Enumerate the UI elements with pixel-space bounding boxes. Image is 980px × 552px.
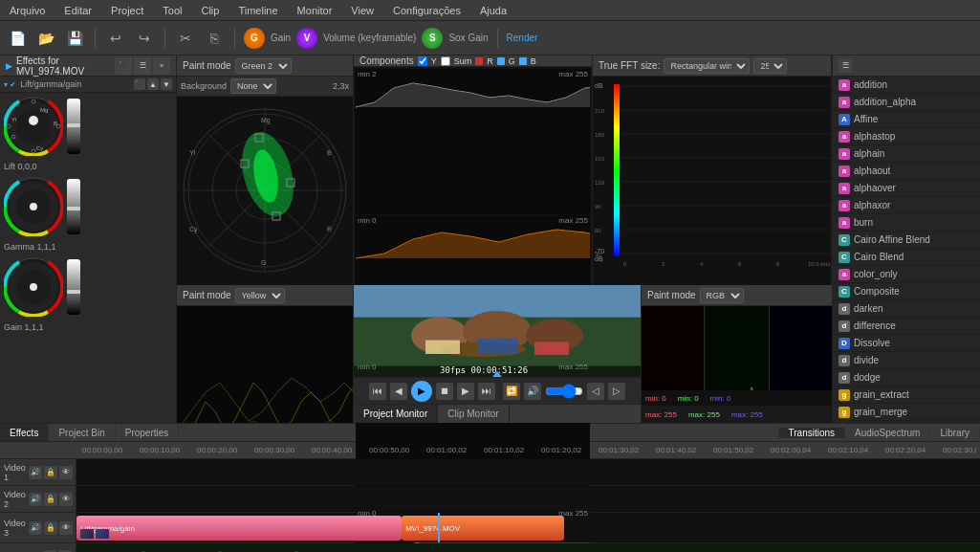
effect-cairo-affine-blend[interactable]: C Cairo Affine Blend <box>833 232 980 249</box>
lift-wheel-svg: Mg Yl G Cy B <box>4 97 63 156</box>
track-v1-mute[interactable]: 🔊 <box>29 466 42 479</box>
volume-slider[interactable] <box>545 386 583 396</box>
effects-toggle-btn[interactable]: ⬛ <box>115 57 132 75</box>
track-v2-lock[interactable]: 🔒 <box>44 493 57 506</box>
menu-timeline[interactable]: Timeline <box>234 3 281 18</box>
menu-tool[interactable]: Tool <box>159 3 185 18</box>
section-up[interactable]: ▲ <box>147 78 159 90</box>
effect-alphaover[interactable]: a alphaover <box>833 180 980 197</box>
fft-window-select[interactable]: Rectangular window <box>664 58 750 74</box>
step-fwd-btn[interactable]: ▶ <box>457 383 474 400</box>
track-v3-mute[interactable]: 🔊 <box>29 521 42 535</box>
redo-icon[interactable]: ↪ <box>133 27 156 50</box>
track-v1-eye[interactable]: 👁 <box>59 466 73 479</box>
menu-monitor[interactable]: Monitor <box>294 3 337 18</box>
play-btn[interactable]: ▶ <box>411 381 432 402</box>
effects-close-btn[interactable]: × <box>153 57 170 75</box>
effect-divide[interactable]: d divide <box>833 352 980 369</box>
step-back-btn[interactable]: ◀ <box>390 383 407 400</box>
right-panel-menu-btn[interactable]: ☰ <box>838 59 852 73</box>
effect-alphaout[interactable]: a alphaout <box>833 163 980 180</box>
zoom-out-btn[interactable]: ◁ <box>587 383 604 400</box>
gain-icon[interactable]: G <box>244 28 265 49</box>
bg-select[interactable]: None <box>230 78 276 94</box>
effect-difference[interactable]: d difference <box>833 318 980 335</box>
gamma-slider[interactable] <box>67 179 80 234</box>
track-v2-mute[interactable]: 🔊 <box>29 493 42 506</box>
monitor-tab-bar: Project Monitor Clip Monitor <box>354 404 641 423</box>
effect-alphain[interactable]: a alphain <box>833 145 980 163</box>
effect-composite[interactable]: C Composite <box>833 283 980 300</box>
open-icon[interactable]: 📂 <box>34 27 57 50</box>
effect-burn[interactable]: a burn <box>833 214 980 232</box>
cut-icon[interactable]: ✂ <box>174 27 197 50</box>
volume-icon[interactable]: V <box>296 28 317 49</box>
effect-darken[interactable]: d darken <box>833 300 980 318</box>
waveform-mode-select[interactable]: Yellow <box>235 288 285 303</box>
gamma-wheel[interactable] <box>4 177 63 236</box>
tab-transitions[interactable]: Transitions <box>779 428 846 438</box>
menu-project[interactable]: Project <box>107 3 147 18</box>
tab-properties[interactable]: Properties <box>116 424 180 441</box>
render-label[interactable]: Render <box>507 33 538 43</box>
badge-alphastop: a <box>838 131 850 143</box>
undo-icon[interactable]: ↩ <box>104 27 127 50</box>
effect-addition-alpha[interactable]: a addition_alpha <box>833 94 980 111</box>
svg-text:180: 180 <box>595 132 605 138</box>
rewind-start-btn[interactable]: ⏮ <box>369 383 386 400</box>
menu-ajuda[interactable]: Ajuda <box>476 3 511 18</box>
gain-slider[interactable] <box>67 259 80 315</box>
lift-slider[interactable] <box>67 99 80 154</box>
effect-dodge[interactable]: d dodge <box>833 369 980 386</box>
paint-mode-select[interactable]: Green 2 <box>235 58 292 74</box>
forward-end-btn[interactable]: ⏭ <box>478 383 495 400</box>
loop-btn[interactable]: 🔁 <box>503 383 520 400</box>
menu-configuracoes[interactable]: Configurações <box>389 3 465 18</box>
tab-project-bin[interactable]: Project Bin <box>49 424 115 441</box>
menu-view[interactable]: View <box>347 3 378 18</box>
effects-menu-btn[interactable]: ☰ <box>134 57 151 75</box>
stop-btn[interactable]: ⏹ <box>436 383 453 400</box>
project-monitor-tab[interactable]: Project Monitor <box>354 405 438 423</box>
effect-alphaxor[interactable]: a alphaxor <box>833 197 980 214</box>
lift-wheel[interactable]: Mg Yl G Cy B <box>4 97 63 156</box>
sox-gain-icon[interactable]: S <box>422 28 443 49</box>
effect-affine[interactable]: A Affine <box>833 111 980 128</box>
track-video1-content[interactable] <box>76 459 980 485</box>
effect-grain-merge[interactable]: g grain_merge <box>833 404 980 421</box>
effect-grain-extract[interactable]: g grain_extract <box>833 386 980 404</box>
tab-effects[interactable]: Effects <box>0 424 49 441</box>
clip-monitor-tab[interactable]: Clip Monitor <box>438 405 509 423</box>
rgb-mode-select[interactable]: RGB <box>700 288 744 303</box>
effect-addition[interactable]: a addition <box>833 77 980 94</box>
track-v3-lock[interactable]: 🔒 <box>44 521 57 535</box>
vectorscope-display[interactable]: Mg G Yl B Cy R <box>177 97 353 285</box>
tab-audiospectrum[interactable]: AudioSpectrum <box>845 428 930 438</box>
track-v2-eye[interactable]: 👁 <box>59 493 73 506</box>
track-audio1-content[interactable] <box>76 543 980 552</box>
track-v3-eye[interactable]: 👁 <box>59 521 73 535</box>
track-video3-content[interactable]: Lift/gamma/gain MVI_9974.MOV <box>76 513 980 542</box>
menu-clip[interactable]: Clip <box>197 3 223 18</box>
fft-size-select[interactable]: 256 <box>753 58 787 74</box>
menu-editar[interactable]: Editar <box>60 3 96 18</box>
new-file-icon[interactable]: 📄 <box>6 27 29 50</box>
section-toggle[interactable]: ⬛ <box>134 78 145 90</box>
menu-arquivo[interactable]: Arquivo <box>6 3 49 18</box>
section-down[interactable]: ▼ <box>161 78 172 90</box>
gain-wheel[interactable] <box>4 257 63 317</box>
y-checkbox[interactable] <box>418 56 427 66</box>
effect-color-only[interactable]: a color_only <box>833 266 980 283</box>
volume-btn[interactable]: 🔊 <box>524 383 541 400</box>
save-icon[interactable]: 💾 <box>63 27 86 50</box>
tab-library[interactable]: Library <box>930 428 980 438</box>
effect-alphastop[interactable]: a alphastop <box>833 128 980 145</box>
copy-icon[interactable]: ⎘ <box>203 27 226 50</box>
zoom-in-btn[interactable]: ▷ <box>608 383 625 400</box>
track-video2-content[interactable] <box>76 486 980 512</box>
svg-text:dB: dB <box>595 82 603 89</box>
track-v1-lock[interactable]: 🔒 <box>44 466 57 479</box>
effect-dissolve[interactable]: D Dissolve <box>833 335 980 352</box>
effect-cairo-blend[interactable]: C Cairo Blend <box>833 249 980 266</box>
sum-checkbox[interactable] <box>441 56 450 66</box>
